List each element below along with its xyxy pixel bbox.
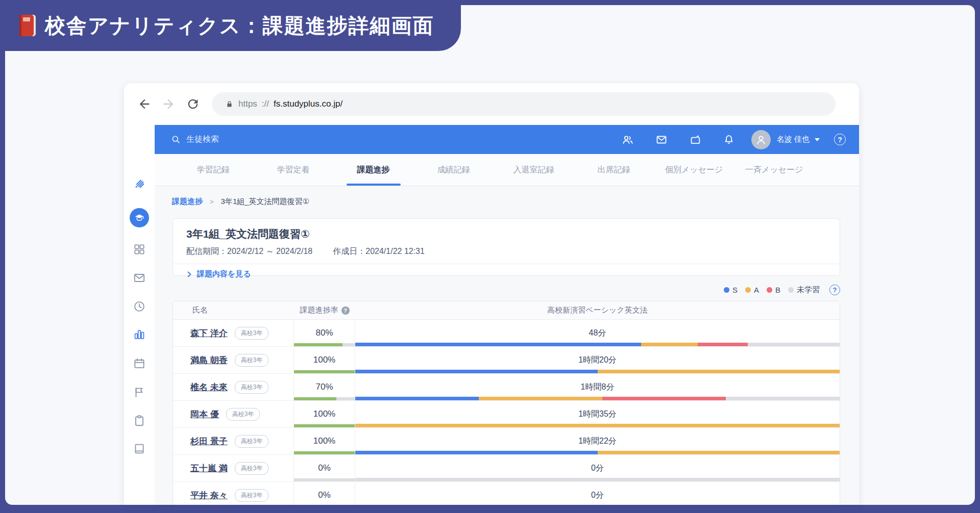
tab-2[interactable]: 学習定着	[253, 154, 333, 186]
grade-badge: 高校3年	[235, 327, 269, 340]
tab-4[interactable]: 成績記録	[413, 154, 494, 186]
bar-segment-A	[355, 424, 840, 427]
sidebar-item-goals[interactable]	[133, 386, 146, 399]
sidebar-item-textbooks[interactable]	[133, 442, 146, 455]
grade-legend: SAB未学習 ?	[724, 285, 840, 295]
bar-segment-B	[602, 397, 726, 400]
chevron-right-icon	[187, 271, 191, 277]
breadcrumb-link-assignments[interactable]: 課題進捗	[172, 197, 203, 207]
sidebar-item-dashboard[interactable]	[133, 243, 146, 256]
progress-percent: 100%	[313, 436, 335, 446]
legend-items: SAB未学習	[724, 285, 820, 295]
chevron-down-icon[interactable]	[815, 138, 820, 141]
legend-dot-icon	[788, 287, 794, 293]
student-name-link[interactable]: 平井 奈々	[190, 490, 228, 501]
student-name-link[interactable]: 岡本 優	[190, 408, 219, 420]
sidebar-item-messages[interactable]	[133, 271, 146, 285]
table-row: 五十嵐 満高校3年0%0分	[173, 455, 840, 482]
student-name-link[interactable]: 森下 洋介	[190, 327, 228, 339]
legend-label: A	[754, 286, 759, 294]
student-search-input[interactable]: 生徒検索	[171, 134, 219, 145]
grid-icon	[133, 243, 146, 256]
breadcrumb-separator: >	[210, 198, 214, 206]
app-header: 生徒検索	[155, 125, 859, 154]
legend-item: S	[724, 286, 738, 294]
sidebar-item-students[interactable]	[130, 208, 149, 227]
mail-icon	[133, 271, 146, 285]
notifications-bell-icon[interactable]	[723, 134, 735, 146]
sidebar-item-analytics[interactable]	[133, 328, 146, 341]
legend-dot-icon	[767, 287, 772, 293]
assignment-period: 配信期間：2024/2/12 ～ 2024/2/18	[186, 246, 312, 257]
student-name-link[interactable]: 椎名 未來	[190, 381, 228, 393]
chat-icon[interactable]	[689, 134, 701, 146]
column-name: 氏名	[173, 305, 294, 315]
tab-1[interactable]: 学習記録	[173, 154, 253, 186]
url-scheme: https	[238, 99, 257, 109]
bar-segment-S	[355, 343, 641, 346]
student-name-link[interactable]: 五十嵐 満	[190, 463, 228, 474]
progress-percent: 0%	[318, 490, 331, 500]
members-icon[interactable]	[622, 134, 634, 146]
tab-8[interactable]: 一斉メッセージ	[734, 154, 814, 186]
assignment-card: 3年1組_英文法問題復習① 配信期間：2024/2/12 ～ 2024/2/18…	[173, 218, 840, 276]
sidebar-item-time[interactable]	[133, 300, 146, 313]
tab-6[interactable]: 出席記録	[574, 154, 654, 186]
bar-segment-A	[641, 343, 698, 346]
progress-bar	[294, 397, 355, 400]
mail-icon[interactable]	[655, 134, 668, 146]
grade-stacked-bar	[355, 370, 840, 373]
bar-segment-B	[698, 343, 748, 346]
url-separator: ://	[262, 99, 269, 109]
legend-label: S	[732, 286, 738, 294]
tab-7[interactable]: 個別メッセージ	[654, 154, 734, 186]
tab-3[interactable]: 課題進捗	[333, 154, 413, 186]
bar-segment-S	[355, 451, 598, 454]
assignment-detail-toggle[interactable]: 課題内容を見る	[173, 264, 840, 284]
bar-chart-icon	[133, 328, 146, 341]
person-icon	[754, 133, 768, 146]
grade-badge: 高校3年	[226, 408, 260, 421]
grade-badge: 高校3年	[235, 489, 269, 502]
table-row: 椎名 未來高校3年70%1時間8分	[173, 374, 840, 401]
studyplus-logo-icon[interactable]	[133, 177, 146, 190]
progress-percent: 100%	[313, 409, 335, 419]
legend-item: B	[767, 286, 780, 294]
calendar-icon	[133, 357, 146, 370]
sidebar-item-assignments[interactable]	[133, 414, 146, 427]
user-name: 名波 佳也	[777, 135, 810, 144]
tab-5[interactable]: 入退室記録	[494, 154, 574, 186]
column-textbook: 高校新演習ベーシック英文法	[355, 305, 840, 315]
page-title: 校舎アナリティクス：課題進捗詳細画面	[45, 12, 434, 40]
browser-reload-button[interactable]	[186, 97, 200, 111]
progress-percent: 0%	[318, 463, 331, 473]
assignment-detail-link-label: 課題内容を見る	[197, 269, 251, 279]
table-header: 氏名 課題進捗率 ? 高校新演習ベーシック英文法	[173, 301, 840, 320]
progress-percent: 100%	[313, 355, 335, 365]
progress-percent: 80%	[315, 328, 333, 338]
graduation-cap-icon	[134, 212, 145, 223]
browser-forward-button[interactable]	[161, 97, 176, 111]
student-name-link[interactable]: 杉田 景子	[190, 435, 228, 447]
progress-bar	[294, 424, 355, 427]
slide-banner: 校舎アナリティクス：課題進捗詳細画面	[0, 0, 461, 51]
student-name-link[interactable]: 満島 朝香	[190, 354, 228, 366]
bar-segment-A	[598, 370, 840, 373]
avatar[interactable]	[751, 130, 771, 149]
legend-help-icon[interactable]: ?	[829, 285, 840, 295]
help-icon[interactable]: ?	[834, 134, 846, 145]
book-icon	[133, 442, 146, 455]
tab-bar: 学習記録学習定着課題進捗成績記録入退室記録出席記録個別メッセージ一斉メッセージ	[155, 154, 859, 186]
column-progress-rate: 課題進捗率	[300, 305, 338, 315]
flag-icon	[133, 386, 146, 399]
bar-segment-S	[355, 370, 598, 373]
url-host: fs.studyplus.co.jp/	[274, 99, 342, 109]
browser-back-button[interactable]	[137, 97, 152, 111]
legend-label: B	[775, 286, 780, 294]
sidebar-item-calendar[interactable]	[133, 357, 146, 370]
progress-rate-help-icon[interactable]: ?	[341, 306, 350, 315]
progress-bar	[294, 370, 355, 373]
legend-label: 未学習	[797, 285, 820, 295]
browser-toolbar: https :// fs.studyplus.co.jp/	[124, 83, 859, 125]
address-bar[interactable]: https :// fs.studyplus.co.jp/	[212, 92, 836, 116]
